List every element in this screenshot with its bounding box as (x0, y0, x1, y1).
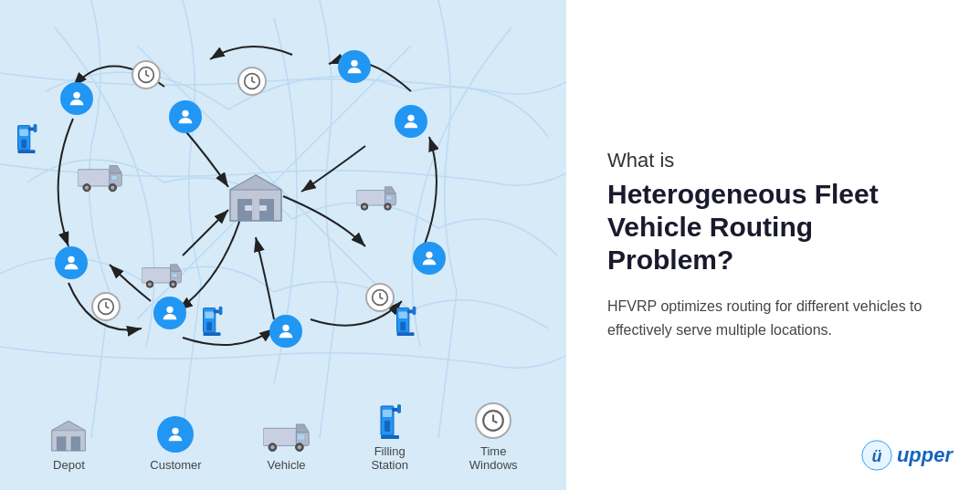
svg-point-7 (73, 92, 79, 99)
svg-rect-79 (385, 421, 390, 432)
svg-rect-19 (78, 170, 110, 186)
svg-point-39 (363, 205, 366, 209)
customer-node-6 (338, 50, 371, 83)
station-label: FillingStation (371, 444, 407, 472)
upper-logo-text: upper (897, 443, 953, 467)
time-label: TimeWindows (469, 444, 518, 472)
time-node-4 (365, 283, 395, 312)
svg-rect-63 (71, 436, 80, 451)
svg-rect-48 (21, 140, 26, 149)
customer-node-2 (169, 100, 202, 133)
time-node-1 (132, 60, 161, 89)
svg-rect-75 (383, 410, 392, 417)
customer-node-8 (413, 242, 446, 275)
customer-node-1 (60, 82, 93, 115)
svg-rect-60 (400, 322, 406, 331)
customer-node-3 (55, 246, 88, 279)
vehicle-label: Vehicle (268, 458, 306, 472)
depot-label: Depot (53, 458, 85, 472)
svg-point-72 (297, 445, 300, 449)
svg-point-33 (172, 283, 175, 287)
station-node-1 (14, 119, 39, 157)
svg-point-10 (166, 307, 173, 313)
svg-rect-56 (398, 311, 407, 318)
svg-rect-26 (111, 175, 118, 180)
svg-point-12 (351, 60, 357, 67)
svg-rect-42 (386, 196, 392, 201)
svg-text:ü: ü (871, 447, 881, 465)
svg-point-8 (182, 110, 188, 117)
description-text: HFVRP optimizes routing for different ve… (607, 295, 939, 341)
time-node-3 (237, 67, 267, 96)
svg-point-14 (426, 252, 432, 258)
svg-marker-21 (110, 166, 121, 173)
legend-station: FillingStation (371, 402, 407, 472)
vehicle-node-3 (356, 182, 397, 215)
svg-rect-62 (57, 436, 66, 451)
vehicle-node-2 (142, 260, 183, 293)
svg-rect-77 (397, 404, 401, 413)
customer-node-4 (153, 297, 186, 329)
svg-point-13 (407, 115, 414, 121)
svg-rect-66 (263, 428, 296, 445)
svg-marker-4 (230, 175, 281, 190)
station-node-3 (393, 301, 418, 339)
svg-point-65 (173, 428, 179, 434)
legend-vehicle: Vehicle (263, 420, 311, 472)
time-node-2 (91, 292, 121, 321)
svg-rect-78 (381, 435, 399, 439)
customer-label: Customer (150, 458, 201, 472)
depot-icon (227, 173, 285, 227)
upper-logo: ü upper (860, 439, 953, 472)
svg-marker-29 (171, 265, 182, 272)
left-panel: Depot Customer Veh (0, 0, 566, 490)
svg-marker-64 (52, 421, 86, 430)
svg-rect-59 (397, 332, 415, 336)
svg-point-31 (148, 283, 152, 287)
svg-marker-37 (385, 187, 396, 194)
svg-rect-58 (413, 307, 416, 316)
svg-rect-50 (205, 311, 214, 318)
svg-rect-46 (34, 124, 37, 133)
legend-depot: Depot (48, 420, 89, 472)
svg-point-41 (386, 205, 390, 209)
legend: Depot Customer Veh (0, 402, 566, 472)
svg-rect-35 (356, 191, 385, 206)
svg-rect-44 (19, 129, 28, 136)
customer-node-5 (269, 315, 302, 348)
customer-node-7 (395, 105, 427, 138)
svg-rect-27 (142, 268, 171, 284)
svg-point-9 (68, 256, 74, 263)
upper-logo-icon: ü (860, 439, 893, 472)
right-panel: What is Heterogeneous Fleet Vehicle Rout… (566, 0, 980, 490)
svg-rect-6 (259, 205, 267, 211)
svg-rect-54 (206, 322, 212, 331)
svg-point-25 (111, 186, 114, 190)
vehicle-node-1 (78, 160, 123, 198)
svg-marker-68 (296, 424, 309, 433)
svg-point-70 (270, 445, 274, 449)
svg-rect-5 (245, 205, 252, 211)
legend-customer: Customer (150, 416, 201, 472)
main-title: Heterogeneous Fleet Vehicle Routing Prob… (607, 178, 939, 276)
svg-point-11 (282, 325, 289, 331)
svg-rect-52 (219, 307, 223, 316)
svg-rect-53 (204, 332, 221, 336)
svg-rect-47 (18, 150, 36, 153)
legend-time: TimeWindows (469, 402, 518, 472)
station-node-2 (199, 301, 225, 339)
svg-rect-34 (172, 274, 177, 278)
svg-rect-73 (298, 434, 304, 439)
what-is-text: What is (607, 149, 939, 172)
svg-point-23 (85, 186, 89, 190)
